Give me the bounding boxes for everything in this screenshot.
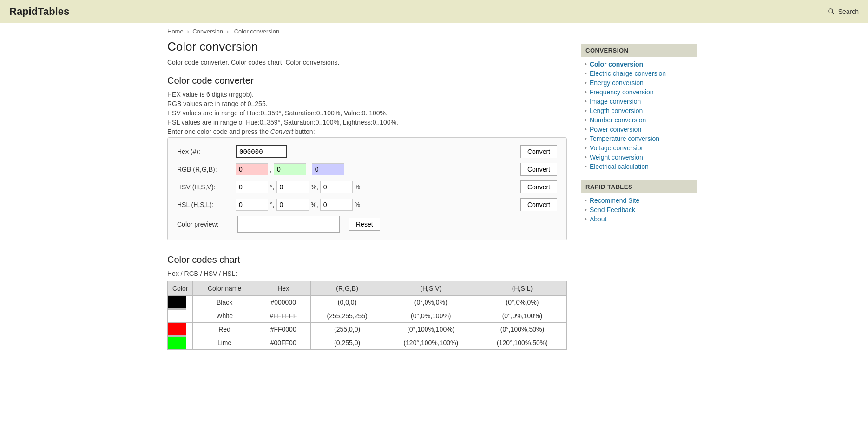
- breadcrumb: Home › Conversion › Color conversion: [0, 23, 868, 40]
- sidebar-item[interactable]: Send Feedback: [581, 205, 697, 214]
- search-label: Search: [838, 8, 859, 15]
- rgb-b-input[interactable]: [312, 163, 344, 175]
- color-swatch: [168, 296, 193, 309]
- hsl-convert-button[interactable]: Convert: [520, 198, 557, 211]
- page-subtitle: Color code converter. Color codes chart.…: [167, 59, 567, 66]
- color-hsl: (0°,100%,50%): [478, 323, 566, 336]
- sidebar-item[interactable]: About: [581, 214, 697, 224]
- breadcrumb-home[interactable]: Home: [167, 28, 184, 35]
- breadcrumb-sep1: ›: [187, 28, 189, 35]
- hsv-s-input[interactable]: [276, 181, 309, 193]
- hsl-s-input[interactable]: [276, 199, 309, 211]
- sidebar-link[interactable]: Image conversion: [590, 98, 641, 105]
- sidebar-link[interactable]: Length conversion: [590, 107, 643, 114]
- hsv-h-input[interactable]: [236, 181, 268, 193]
- header: RapidTables Search: [0, 0, 868, 23]
- color-hsv: (0°,0%,0%): [384, 296, 478, 309]
- hex-input[interactable]: [236, 145, 287, 158]
- instruction-1: HEX value is 6 digits (rrggbb).: [167, 91, 567, 98]
- sidebar-link[interactable]: Weight conversion: [590, 153, 643, 161]
- search-button[interactable]: Search: [827, 7, 859, 16]
- hsv-v-input[interactable]: [320, 181, 353, 193]
- color-swatch: [168, 309, 193, 323]
- color-hex: #FF0000: [256, 323, 310, 336]
- reset-button[interactable]: Reset: [349, 218, 380, 231]
- sidebar-link[interactable]: Energy conversion: [590, 79, 644, 87]
- color-rgb: (255,255,255): [310, 309, 384, 323]
- hex-row: Hex (#): Convert: [177, 145, 557, 158]
- sidebar-item[interactable]: Weight conversion: [581, 153, 697, 162]
- main-content: Color conversion Color code converter. C…: [167, 40, 567, 350]
- chart-subtitle: Hex / RGB / HSV / HSL:: [167, 270, 567, 277]
- breadcrumb-sep2: ›: [227, 28, 229, 35]
- color-swatch: [168, 336, 193, 350]
- sidebar-link[interactable]: Send Feedback: [590, 206, 635, 214]
- table-row: Lime #00FF00 (0,255,0) (120°,100%,100%) …: [168, 336, 567, 350]
- rgb-r-input[interactable]: [236, 163, 268, 175]
- sidebar-item[interactable]: Energy conversion: [581, 78, 697, 87]
- search-icon: [827, 7, 835, 16]
- sidebar-link[interactable]: Electric charge conversion: [590, 70, 666, 77]
- hex-convert-button[interactable]: Convert: [520, 145, 557, 158]
- sidebar-item[interactable]: Voltage conversion: [581, 143, 697, 153]
- color-preview-label: Color preview:: [177, 220, 233, 228]
- sidebar-link[interactable]: Color conversion: [590, 60, 643, 68]
- table-row: Black #000000 (0,0,0) (0°,0%,0%) (0°,0%,…: [168, 296, 567, 309]
- hsv-deg1: °,: [270, 183, 275, 191]
- rgb-g-input[interactable]: [274, 163, 306, 175]
- sidebar-link[interactable]: Electrical calculation: [590, 163, 649, 170]
- hsl-l-input[interactable]: [320, 199, 353, 211]
- sidebar-link[interactable]: Voltage conversion: [590, 144, 644, 152]
- sidebar-item[interactable]: Electrical calculation: [581, 162, 697, 171]
- hsv-pct2: %: [355, 183, 360, 191]
- sidebar-conversion-section: CONVERSION Color conversionElectric char…: [581, 44, 697, 171]
- rapid-tables-list: Recommend SiteSend FeedbackAbout: [581, 196, 697, 224]
- sidebar-link[interactable]: Number conversion: [590, 116, 646, 124]
- sidebar-link[interactable]: Recommend Site: [590, 197, 639, 204]
- sidebar-link[interactable]: About: [590, 215, 607, 223]
- instruction-2: RGB values are in range of 0..255.: [167, 100, 567, 107]
- col-rgb: (R,G,B): [310, 281, 384, 296]
- color-preview-row: Color preview: Reset: [177, 216, 557, 233]
- rgb-sep1: ,: [270, 166, 272, 173]
- color-hsv: (0°,100%,100%): [384, 323, 478, 336]
- site-logo: RapidTables: [9, 6, 69, 18]
- color-swatch: [168, 323, 193, 336]
- sidebar-item[interactable]: Image conversion: [581, 97, 697, 106]
- instruction-3: HSV values are in range of Hue:0..359°, …: [167, 109, 567, 117]
- sidebar-item[interactable]: Length conversion: [581, 106, 697, 115]
- color-name: Lime: [193, 336, 256, 350]
- sidebar-link[interactable]: Frequency conversion: [590, 88, 654, 96]
- rgb-convert-button[interactable]: Convert: [520, 163, 557, 176]
- sidebar-item[interactable]: Number conversion: [581, 115, 697, 125]
- sidebar-item[interactable]: Temperature conversion: [581, 134, 697, 143]
- sidebar-item[interactable]: Electric charge conversion: [581, 69, 697, 78]
- col-hsv: (H,S,V): [384, 281, 478, 296]
- breadcrumb-conversion[interactable]: Conversion: [192, 28, 223, 35]
- hsl-deg1: °,: [270, 201, 275, 208]
- hsl-pct1: %,: [311, 201, 318, 208]
- hsv-inputs: °, %, %: [236, 181, 513, 193]
- sidebar-item[interactable]: Power conversion: [581, 125, 697, 134]
- color-name: Black: [193, 296, 256, 309]
- hsl-h-input[interactable]: [236, 199, 268, 211]
- converter-section-title: Color code converter: [167, 75, 567, 86]
- rgb-label: RGB (R,G,B):: [177, 166, 233, 173]
- color-hsl: (0°,0%,100%): [478, 309, 566, 323]
- hsv-convert-button[interactable]: Convert: [520, 180, 557, 193]
- sidebar-link[interactable]: Temperature conversion: [590, 135, 659, 142]
- svg-line-1: [832, 13, 834, 14]
- sidebar-item[interactable]: Color conversion: [581, 60, 697, 69]
- hsv-label: HSV (H,S,V):: [177, 183, 233, 191]
- hsl-label: HSL (H,S,L):: [177, 201, 233, 208]
- color-hsl: (0°,0%,0%): [478, 296, 566, 309]
- color-name: White: [193, 309, 256, 323]
- chart-section-title: Color codes chart: [167, 254, 567, 265]
- sidebar-item[interactable]: Frequency conversion: [581, 87, 697, 97]
- sidebar-link[interactable]: Power conversion: [590, 126, 641, 133]
- hsl-inputs: °, %, %: [236, 199, 513, 211]
- color-chart-table: Color Color name Hex (R,G,B) (H,S,V) (H,…: [167, 281, 567, 350]
- sidebar-item[interactable]: Recommend Site: [581, 196, 697, 205]
- color-hex: #000000: [256, 296, 310, 309]
- sidebar-conversion-heading: CONVERSION: [581, 44, 697, 57]
